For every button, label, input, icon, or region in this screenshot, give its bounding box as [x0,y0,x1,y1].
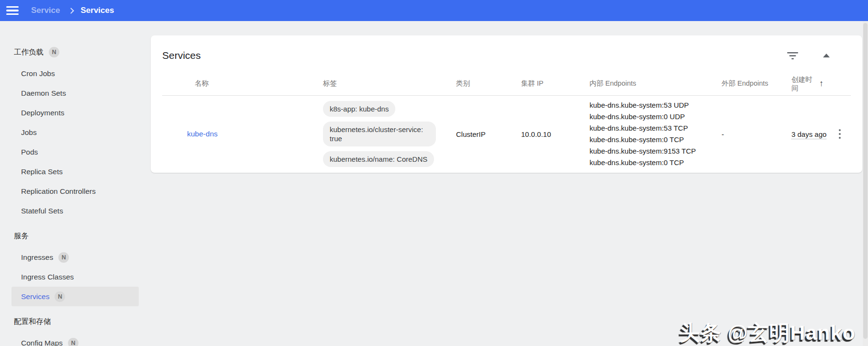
sidebar-section-config-storage: 配置和存储 [0,310,144,333]
column-header-external-endpoints[interactable]: 外部 Endpoints [702,79,779,88]
vertical-scrollbar[interactable] [863,21,868,346]
filter-icon[interactable] [787,52,798,60]
column-header-name[interactable]: 名称 [181,79,315,88]
section-label: 工作负载 [14,47,44,57]
label-chip: kubernetes.io/cluster-service: true [323,122,436,146]
created-header-label: 创建时间 [791,75,814,92]
watermark-text: 头条 @玄明Hanko [679,319,856,346]
endpoint: kube-dns.kube-system:53 TCP [590,123,702,134]
chevron-right-icon [68,8,74,14]
app-toolbar: Service Services [0,0,868,21]
sidebar-item-label: Services [21,292,49,301]
section-label: 服务 [14,231,29,241]
namespace-badge: N [68,338,78,346]
sidebar-nav: 工作负载 N Cron Jobs Daemon Sets Deployments… [0,21,144,346]
column-header-cluster-ip[interactable]: 集群 IP [507,79,576,88]
namespace-badge: N [49,47,59,57]
namespace-badge: N [58,252,69,263]
sidebar-item-label: Jobs [21,128,37,137]
column-header-labels[interactable]: 标签 [315,79,445,88]
sidebar-item-replication-controllers[interactable]: Replication Controllers [11,181,139,201]
sidebar-item-daemon-sets[interactable]: Daemon Sets [11,83,139,103]
external-endpoints-cell: - [702,130,779,138]
cluster-ip-cell: 10.0.0.10 [507,130,576,138]
breadcrumb-parent[interactable]: Service [31,6,60,15]
sidebar-item-label: Ingress Classes [21,273,74,281]
sidebar-item-label: Cron Jobs [21,69,55,78]
column-header-created[interactable]: 创建时间 ↑ [779,75,829,92]
services-card: Services 名称 标签 类别 集群 IP 内部 Endpoints 外部 … [151,35,862,173]
sidebar-item-stateful-sets[interactable]: Stateful Sets [11,201,139,221]
created-age: 3 days ago [791,130,826,139]
column-header-type[interactable]: 类别 [445,79,507,88]
breadcrumb: Service Services [31,6,114,15]
sidebar-item-label: Ingresses [21,253,53,262]
collapse-card-icon[interactable] [823,54,830,57]
sidebar-item-ingress-classes[interactable]: Ingress Classes [11,267,139,287]
label-chip: kubernetes.io/name: CoreDNS [323,151,434,167]
sidebar-item-config-maps[interactable]: Config Maps N [11,333,139,346]
table-row: kube-dns k8s-app: kube-dns kubernetes.io… [162,96,851,172]
scrollbar-thumb[interactable] [863,23,868,339]
sidebar-item-replica-sets[interactable]: Replica Sets [11,162,139,181]
type-cell: ClusterIP [445,130,507,138]
endpoint: kube-dns.kube-system:0 TCP [590,134,702,145]
labels-cell: k8s-app: kube-dns kubernetes.io/cluster-… [315,101,445,167]
sidebar-item-services[interactable]: Services N [11,287,139,306]
internal-endpoints-cell: kube-dns.kube-system:53 UDP kube-dns.kub… [576,100,702,168]
card-title: Services [162,50,201,61]
sidebar-item-label: Stateful Sets [21,207,63,215]
endpoint: kube-dns.kube-system:0 TCP [590,157,702,168]
sidebar-item-label: Replica Sets [21,167,63,176]
sort-ascending-icon[interactable]: ↑ [819,78,823,89]
sidebar-item-deployments[interactable]: Deployments [11,103,139,123]
section-label: 配置和存储 [14,317,51,327]
sidebar-section-service: 服务 [0,224,144,247]
table-header-row: 名称 标签 类别 集群 IP 内部 Endpoints 外部 Endpoints… [162,72,851,96]
endpoint: kube-dns.kube-system:53 UDP [590,100,702,111]
endpoint: kube-dns.kube-system:0 UDP [590,111,702,123]
sidebar-item-label: Deployments [21,109,64,117]
sidebar-item-pods[interactable]: Pods [11,142,139,162]
sidebar-item-label: Daemon Sets [21,89,66,98]
sidebar-item-label: Replication Controllers [21,187,96,196]
sidebar-item-jobs[interactable]: Jobs [11,123,139,142]
row-actions-kebab-icon[interactable] [837,127,843,141]
sidebar-section-workloads: 工作负载 N [0,41,144,64]
sidebar-item-cron-jobs[interactable]: Cron Jobs [11,64,139,83]
menu-icon[interactable] [6,6,19,15]
label-chip: k8s-app: kube-dns [323,101,395,117]
column-header-internal-endpoints[interactable]: 内部 Endpoints [576,79,702,88]
sidebar-item-ingresses[interactable]: Ingresses N [11,247,139,267]
sidebar-item-label: Pods [21,148,38,156]
namespace-badge: N [55,291,65,302]
sidebar-item-label: Config Maps [21,339,63,346]
endpoint: kube-dns.kube-system:9153 TCP [590,145,702,157]
service-name-link[interactable]: kube-dns [181,130,218,138]
breadcrumb-current: Services [81,6,114,15]
